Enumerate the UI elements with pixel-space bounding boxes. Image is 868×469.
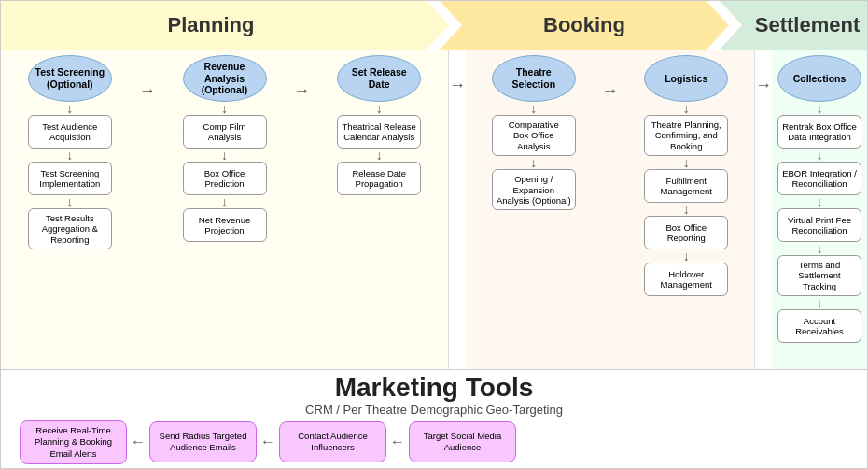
arrow-down-3: ↓	[64, 196, 76, 207]
rect-test-screening-impl: Test ScreeningImplementation	[28, 162, 112, 195]
col-collections: Collections ↓ Rentrak Box OfficeData Int…	[776, 55, 863, 343]
rect-terms-settlement: Terms andSettlement Tracking	[777, 255, 861, 296]
booking-section: Theatre Selection ↓ ComparativeBox Offic…	[466, 50, 755, 369]
phases-row: Planning Booking Settlement	[1, 1, 867, 50]
rect-ebor: EBOR Integration /Reconciliation	[777, 162, 861, 195]
marketing-tool-4: Target Social MediaAudience	[409, 421, 516, 462]
marketing-section: Marketing Tools CRM / Per Theatre Demogr…	[1, 369, 867, 468]
arrow-down-15: ↓	[814, 103, 825, 114]
phase-settlement: Settlement	[720, 1, 867, 50]
rect-virtual-print: Virtual Print FeeReconciliation	[777, 208, 861, 242]
arrow-down-16: ↓	[814, 149, 825, 161]
arrow-down-14: ↓	[680, 250, 692, 262]
col-test-screening: Test Screening(Optional) ↓ Test Audience…	[5, 55, 135, 363]
rect-box-office-reporting: Box Office Reporting	[644, 216, 728, 249]
phase-planning: Planning	[1, 1, 449, 50]
rect-comparative-box: ComparativeBox Office Analysis	[492, 115, 576, 156]
settlement-label: Settlement	[755, 13, 860, 37]
rect-release-date-prop: Release DatePropagation	[337, 162, 421, 195]
content-area: Test Screening(Optional) ↓ Test Audience…	[1, 50, 867, 369]
connector-3: →	[602, 55, 619, 363]
connector-planning-booking: →	[449, 50, 466, 369]
arrow-down-13: ↓	[680, 204, 692, 215]
rect-holdover: HoldoverManagement	[644, 263, 728, 296]
oval-revenue-analysis: Revenue Analysis(Optional)	[183, 55, 267, 102]
rect-theatrical-release: Theatrical ReleaseCalendar Analysis	[337, 115, 421, 149]
rect-net-revenue: Net RevenueProjection	[183, 208, 267, 242]
rect-opening-expansion: Opening / ExpansionAnalysis (Optional)	[492, 169, 576, 210]
main-container: Planning Booking Settlement Test Screeni…	[0, 0, 868, 469]
marketing-title: Marketing Tools	[10, 374, 858, 403]
arrow-down-5: ↓	[219, 149, 231, 161]
connector-1: →	[139, 55, 156, 363]
arrow-down-2: ↓	[64, 149, 76, 161]
col-theatre-selection: Theatre Selection ↓ ComparativeBox Offic…	[469, 55, 598, 363]
oval-logistics: Logistics	[644, 55, 728, 102]
marketing-tool-2: Send Radius TargetedAudience Emails	[149, 421, 257, 462]
arrow-down-18: ↓	[814, 243, 825, 254]
col-logistics: Logistics ↓ Theatre Planning,Confirming,…	[623, 55, 751, 363]
planning-section: Test Screening(Optional) ↓ Test Audience…	[1, 50, 449, 369]
planning-label: Planning	[168, 13, 255, 37]
arrow-left-1: ←	[127, 433, 149, 450]
arrow-down-12: ↓	[680, 157, 692, 168]
arrow-left-2: ←	[257, 433, 279, 450]
rect-theatre-planning: Theatre Planning,Confirming, andBooking	[644, 115, 728, 156]
rect-test-results: Test ResultsAggregation &Reporting	[28, 208, 112, 249]
marketing-tools-row: Receive Real-TimePlanning & BookingEmail…	[10, 420, 858, 464]
marketing-tool-3: Contact AudienceInfluencers	[279, 421, 386, 462]
oval-collections: Collections	[777, 55, 861, 102]
oval-theatre-selection: Theatre Selection	[492, 55, 576, 102]
arrow-down-1: ↓	[64, 103, 76, 114]
rect-fulfillment: FulfillmentManagement	[644, 169, 728, 203]
settlement-section: Collections ↓ Rentrak Box OfficeData Int…	[772, 50, 867, 369]
connector-booking-settlement: →	[755, 50, 772, 369]
rect-test-audience: Test AudienceAcquistion	[28, 115, 112, 149]
arrow-down-7: ↓	[373, 103, 385, 114]
phase-booking: Booking	[440, 1, 729, 50]
arrow-down-9: ↓	[528, 103, 539, 114]
arrow-left-3: ←	[386, 433, 409, 450]
oval-test-screening: Test Screening(Optional)	[28, 55, 112, 102]
oval-set-release-date: Set Release Date	[337, 55, 421, 102]
arrow-down-4: ↓	[219, 103, 231, 114]
rect-comp-film: Comp Film Analysis	[183, 115, 267, 149]
rect-account-receivables: Account Receivables	[777, 309, 861, 343]
arrow-down-11: ↓	[680, 103, 692, 114]
rect-box-office-pred: Box Office Prediction	[183, 162, 267, 195]
arrow-down-6: ↓	[219, 196, 231, 207]
col-set-release-date: Set Release Date ↓ Theatrical ReleaseCal…	[314, 55, 444, 363]
connector-2: →	[293, 55, 310, 363]
arrow-down-19: ↓	[814, 297, 825, 308]
arrow-down-8: ↓	[373, 149, 385, 161]
booking-label: Booking	[543, 13, 625, 37]
rect-rentrak: Rentrak Box OfficeData Integration	[777, 115, 861, 149]
marketing-subtitle: CRM / Per Theatre Demographic Geo-Target…	[10, 403, 858, 417]
marketing-tool-1: Receive Real-TimePlanning & BookingEmail…	[20, 420, 127, 464]
col-revenue-analysis: Revenue Analysis(Optional) ↓ Comp Film A…	[160, 55, 290, 363]
arrow-down-17: ↓	[814, 196, 825, 207]
arrow-down-10: ↓	[528, 157, 539, 168]
